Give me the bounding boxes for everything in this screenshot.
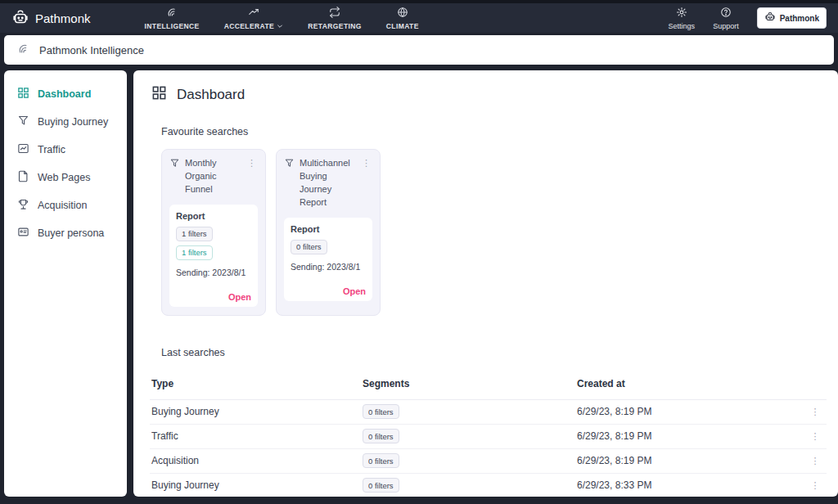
segments-badge: 0 filters — [363, 429, 399, 443]
row-type: Buying Journey — [151, 406, 363, 417]
chart-icon — [17, 142, 29, 157]
fingerprint-icon — [17, 43, 29, 57]
main-panel: Dashboard Favourite searches Monthly Org… — [133, 70, 838, 497]
nav-item-label: ACCELERATE — [224, 22, 274, 30]
table-row[interactable]: Buying Journey 0 filters 6/29/23, 8:19 P… — [150, 400, 827, 425]
grid-icon — [17, 87, 29, 101]
nav-menu: INTELLIGENCE ACCELERATE RETARGETING — [145, 7, 419, 30]
sidebar-item-label: Buying Journey — [38, 116, 108, 128]
product-title: Pathmonk Intelligence — [39, 44, 144, 56]
row-created-at: 6/29/23, 8:19 PM — [577, 430, 804, 442]
filters-badge: 1 filters — [176, 245, 213, 260]
segments-badge: 0 filters — [363, 453, 399, 468]
kebab-menu-icon[interactable]: ⋮ — [809, 479, 822, 492]
question-icon — [720, 7, 732, 21]
page-title: Dashboard — [150, 82, 827, 105]
sidebar-item-traffic[interactable]: Traffic — [4, 136, 127, 164]
row-created-at: 6/29/23, 8:19 PM — [577, 406, 804, 417]
robot-icon — [11, 9, 29, 27]
page-title-text: Dashboard — [177, 87, 245, 103]
open-link[interactable]: Open — [176, 292, 251, 302]
sidebar-item-label: Acquisition — [38, 200, 87, 211]
segments-badge: 0 filters — [363, 404, 399, 419]
trophy-icon — [17, 198, 29, 213]
column-header-created-at: Created at — [577, 378, 804, 389]
last-searches-table: Type Segments Created at Buying Journey … — [150, 370, 827, 497]
settings-label: Settings — [669, 22, 696, 30]
favourite-searches-heading: Favourite searches — [161, 126, 827, 137]
report-label: Report — [291, 224, 366, 234]
sidebar-item-buyer-persona[interactable]: Buyer persona — [4, 219, 127, 247]
table-row[interactable]: Acquisition 0 filters 6/29/23, 8:19 PM ⋮ — [150, 449, 827, 474]
nav-item-retargeting[interactable]: RETARGETING — [308, 7, 362, 30]
sidebar-item-web-pages[interactable]: Web Pages — [4, 164, 127, 191]
settings-button[interactable]: Settings — [669, 7, 696, 30]
favourite-cards: Monthly Organic Funnel ⋮ Report 1 filter… — [161, 149, 827, 316]
kebab-menu-icon[interactable]: ⋮ — [246, 157, 258, 196]
nav-item-accelerate[interactable]: ACCELERATE — [224, 7, 283, 30]
funnel-icon — [169, 157, 180, 196]
sidebar: Dashboard Buying Journey Traffic — [4, 70, 127, 497]
page-icon — [17, 170, 29, 185]
top-navigation-bar: Pathmonk INTELLIGENCE ACCELERATE — [0, 0, 838, 33]
kebab-menu-icon[interactable]: ⋮ — [809, 430, 822, 443]
product-header-bar: Pathmonk Intelligence — [4, 35, 834, 65]
open-link[interactable]: Open — [291, 286, 366, 296]
support-label: Support — [713, 22, 739, 30]
sidebar-item-buying-journey[interactable]: Buying Journey — [4, 108, 127, 136]
repeat-icon — [329, 7, 340, 21]
sidebar-item-dashboard[interactable]: Dashboard — [4, 80, 127, 108]
sending-date: Sending: 2023/8/1 — [291, 262, 366, 272]
sidebar-item-label: Traffic — [38, 144, 65, 155]
filters-badge: 0 filters — [291, 240, 327, 254]
row-created-at: 6/29/23, 8:19 PM — [577, 455, 804, 466]
table-header-row: Type Segments Created at — [150, 370, 827, 400]
favourite-card[interactable]: Multichannel Buying Journey Report ⋮ Rep… — [276, 149, 381, 316]
account-button[interactable]: Pathmonk — [757, 7, 827, 29]
nav-item-climate[interactable]: CLIMATE — [386, 7, 419, 30]
chevron-down-icon — [277, 23, 283, 29]
row-type: Traffic — [151, 430, 363, 442]
robot-icon — [764, 11, 776, 25]
badge-icon — [17, 226, 29, 241]
kebab-menu-icon[interactable]: ⋮ — [360, 157, 372, 209]
account-label: Pathmonk — [780, 14, 819, 23]
brand-logo[interactable]: Pathmonk — [11, 9, 91, 27]
gear-icon — [676, 7, 687, 21]
last-searches-heading: Last searches — [161, 347, 827, 358]
column-header-type: Type — [151, 378, 363, 389]
segments-badge: 0 filters — [363, 478, 399, 493]
sending-date: Sending: 2023/8/1 — [176, 268, 251, 277]
brand-name: Pathmonk — [35, 11, 91, 25]
favourite-card-title: Multichannel Buying Journey Report — [300, 157, 355, 209]
globe-icon — [397, 7, 408, 21]
table-row[interactable]: Traffic 0 filters 6/29/23, 8:19 PM ⋮ — [150, 425, 827, 449]
row-created-at: 6/29/23, 8:33 PM — [577, 479, 804, 491]
report-label: Report — [176, 211, 251, 221]
funnel-icon — [284, 157, 295, 209]
favourite-card-title: Monthly Organic Funnel — [185, 157, 241, 196]
nav-item-label: RETARGETING — [308, 22, 362, 30]
row-type: Acquisition — [151, 455, 363, 466]
sidebar-item-label: Dashboard — [38, 88, 91, 100]
nav-item-label: INTELLIGENCE — [145, 22, 200, 30]
table-row[interactable]: Buying Journey 0 filters 6/29/23, 8:33 P… — [150, 474, 827, 497]
favourite-card[interactable]: Monthly Organic Funnel ⋮ Report 1 filter… — [161, 149, 266, 316]
nav-right-group: Settings Support — [669, 7, 827, 30]
nav-item-intelligence[interactable]: INTELLIGENCE — [145, 7, 200, 30]
funnel-icon — [17, 115, 29, 129]
support-button[interactable]: Support — [713, 7, 739, 30]
grid-icon — [151, 85, 167, 105]
sidebar-item-label: Buyer persona — [38, 227, 104, 239]
kebab-menu-icon[interactable]: ⋮ — [809, 455, 822, 467]
kebab-menu-icon[interactable]: ⋮ — [809, 406, 822, 418]
filters-badge: 1 filters — [176, 227, 213, 241]
content-area: Dashboard Buying Journey Traffic — [4, 70, 838, 497]
fingerprint-icon — [166, 7, 178, 21]
trending-up-icon — [247, 7, 260, 21]
sidebar-item-label: Web Pages — [38, 172, 90, 183]
nav-item-label: CLIMATE — [386, 22, 419, 30]
column-header-segments: Segments — [363, 378, 577, 389]
sidebar-item-acquisition[interactable]: Acquisition — [4, 191, 127, 219]
row-type: Buying Journey — [151, 479, 363, 491]
